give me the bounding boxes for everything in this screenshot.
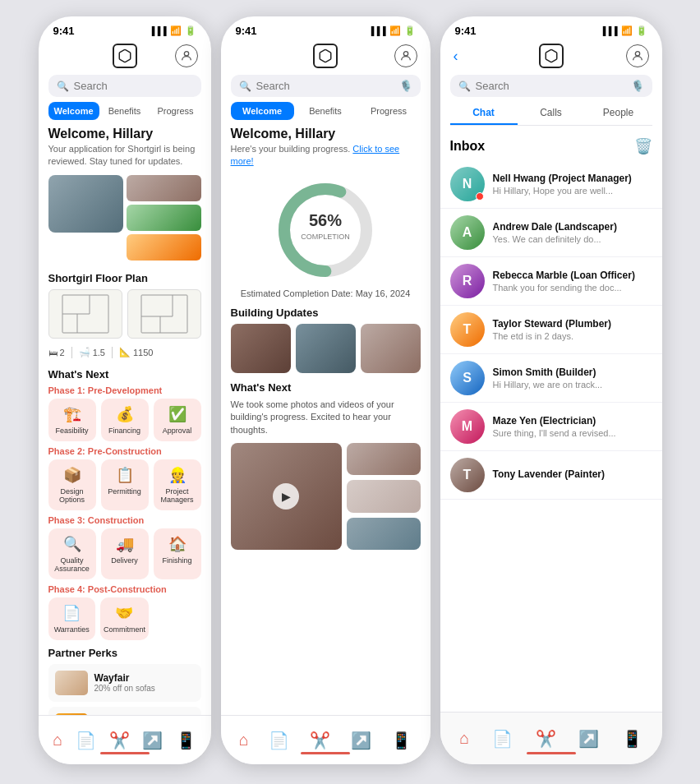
pm-icon: 👷 (168, 466, 187, 484)
phase3-grid: 🔍 Quality Assurance 🚚 Delivery 🏠 Finishi… (48, 528, 201, 579)
est-completion-text: Estimated Completion Date: May 16, 2024 (231, 288, 421, 298)
nav-share-right[interactable]: ↗️ (578, 729, 599, 749)
back-button-right[interactable]: ‹ (454, 48, 458, 65)
tab-progress-left[interactable]: Progress (150, 102, 201, 120)
play-button[interactable]: ▶ (273, 483, 299, 510)
tab-calls[interactable]: Calls (518, 102, 585, 125)
nav-home-right[interactable]: ⌂ (459, 729, 469, 748)
partner-perks-title: Partner Perks (48, 647, 201, 659)
phase-delivery[interactable]: 🚚 Delivery (101, 528, 149, 579)
status-time-center: 9:41 (236, 25, 257, 37)
avatar-left[interactable] (175, 44, 198, 67)
mic-icon-center[interactable]: 🎙️ (399, 80, 412, 92)
status-icons-center: ▐▐▐ 📶 🔋 (368, 25, 415, 36)
nav-tools-center[interactable]: ✂️ (310, 731, 330, 750)
nav-share-center[interactable]: ↗️ (351, 731, 371, 750)
search-bar-center[interactable]: 🔍 🎙️ (231, 75, 421, 97)
phase-qa[interactable]: 🔍 Quality Assurance (48, 528, 96, 579)
search-icon-left: 🔍 (57, 81, 69, 92)
app-logo-left[interactable] (113, 44, 137, 68)
tab-bar-left: Welcome Benefits Progress (48, 102, 201, 120)
phase-feasibility[interactable]: 🏗️ Feasibility (48, 399, 96, 441)
floor-plan-img1 (48, 289, 122, 339)
avatar-simon: S (450, 361, 485, 395)
perk-wayfair-img (55, 671, 88, 695)
nav-home-left[interactable]: ⌂ (53, 731, 62, 749)
pm-label: Project Managers (157, 487, 198, 504)
building-updates-images (231, 324, 421, 373)
status-time-right: 9:41 (455, 25, 477, 37)
nav-home-center[interactable]: ⌂ (239, 731, 249, 749)
financing-label: Financing (108, 427, 140, 435)
phase-warranties[interactable]: 📄 Warranties (48, 597, 95, 640)
bed-icon: 🛏 (48, 348, 58, 357)
phase-financing[interactable]: 💰 Financing (101, 399, 149, 441)
nav-phone-right[interactable]: 📱 (622, 729, 642, 749)
warranties-label: Warranties (54, 625, 90, 634)
message-nell[interactable]: N Nell Hwang (Project Manager) Hi Hillar… (440, 160, 662, 209)
whats-next-desc-center: We took some photos and videos of your b… (231, 399, 421, 436)
nav-doc-right[interactable]: 📄 (492, 729, 513, 749)
tab-welcome-left[interactable]: Welcome (48, 102, 99, 120)
search-input-left[interactable] (74, 80, 211, 92)
phase-design[interactable]: 📦 Design Options (48, 459, 96, 510)
phase-permitting[interactable]: 📋 Permitting (101, 459, 149, 510)
tab-chat[interactable]: Chat (450, 102, 518, 125)
message-andrew[interactable]: A Andrew Dale (Landscaper) Yes. We can d… (440, 209, 662, 257)
search-bar-right[interactable]: 🔍 🎙️ (450, 75, 652, 97)
center-phone: 9:41 ▐▐▐ 📶 🔋 🔍 🎙️ Welcome Benefits Progr… (221, 16, 431, 764)
phase-approval[interactable]: ✅ Approval (154, 399, 201, 441)
stat-divider2 (112, 347, 113, 358)
phase-finishing[interactable]: 🏠 Finishing (154, 528, 201, 579)
message-maze[interactable]: M Maze Yen (Electrician) Sure thing, I'l… (440, 403, 662, 451)
tab-benefits-center[interactable]: Benefits (294, 102, 357, 120)
search-bar-left[interactable]: 🔍 🎙️ (48, 75, 201, 97)
building-updates-title: Building Updates (231, 307, 421, 319)
tab-progress-center[interactable]: Progress (357, 102, 421, 120)
phase-commitment[interactable]: 🤝 Commitment (100, 597, 149, 640)
trash-button[interactable]: 🗑️ (634, 137, 652, 155)
nav-tools-left[interactable]: ✂️ (109, 731, 130, 750)
nav-doc-center[interactable]: 📄 (269, 731, 289, 750)
tab-benefits-left[interactable]: Benefits (99, 102, 150, 120)
svg-text:56%: 56% (309, 211, 342, 229)
msg-name-tony: Tony Lavender (Painter) (493, 468, 652, 480)
msg-content-maze: Maze Yen (Electrician) Sure thing, I'll … (493, 415, 652, 438)
tab-people[interactable]: People (585, 102, 652, 125)
bottom-nav-left: ⌂ 📄 ✂️ ↗️ 📱 (39, 715, 211, 764)
app-logo-center[interactable] (313, 44, 338, 68)
avatar-center[interactable] (394, 44, 417, 67)
feasibility-icon: 🏗️ (63, 405, 81, 423)
online-indicator-nell (476, 192, 484, 201)
message-tony[interactable]: T Tony Lavender (Painter) (440, 451, 662, 500)
wifi-icon-center: 📶 (389, 25, 401, 36)
avatar-taylor: T (450, 312, 485, 347)
phase3-title: Phase 3: Construction (48, 515, 201, 525)
message-rebecca[interactable]: R Rebecca Marble (Loan Officer) Thank yo… (440, 257, 662, 306)
search-input-center[interactable] (256, 80, 394, 92)
nav-doc-left[interactable]: 📄 (76, 731, 96, 750)
phase-pm[interactable]: 👷 Project Managers (154, 459, 201, 510)
message-simon[interactable]: S Simon Smith (Builder) Hi Hillary, we a… (440, 354, 662, 403)
mic-icon-right[interactable]: 🎙️ (631, 80, 644, 92)
avatar-right[interactable] (626, 44, 649, 67)
tab-welcome-center[interactable]: Welcome (231, 102, 294, 120)
app-logo-right[interactable] (539, 44, 564, 68)
phase1-title: Phase 1: Pre-Development (48, 385, 201, 395)
nav-phone-center[interactable]: 📱 (391, 731, 412, 750)
nav-tools-right[interactable]: ✂️ (536, 729, 556, 749)
commitment-label: Commitment (104, 625, 145, 634)
msg-preview-maze: Sure thing, I'll send a revised... (493, 428, 652, 438)
msg-content-andrew: Andrew Dale (Landscaper) Yes. We can def… (493, 221, 652, 244)
nav-phone-left[interactable]: 📱 (176, 731, 196, 750)
message-taylor[interactable]: T Taylor Steward (Plumber) The etd is in… (440, 306, 662, 354)
battery-icon: 🔋 (185, 25, 196, 36)
nav-share-left[interactable]: ↗️ (142, 731, 163, 750)
donut-chart: 56% COMPLETION (272, 177, 379, 284)
perk-wayfair-info: Wayfair 20% off on sofas (94, 672, 155, 693)
search-input-right[interactable] (476, 80, 626, 92)
floor-plan-grid (48, 289, 201, 339)
stat-bed: 🛏 2 (48, 348, 65, 357)
perk-wayfair[interactable]: Wayfair 20% off on sofas (48, 664, 201, 702)
inbox-title: Inbox (450, 139, 486, 154)
